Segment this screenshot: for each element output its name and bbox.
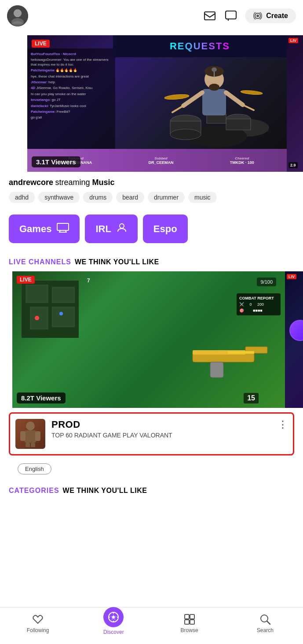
live-badge-channel-side: LIV: [287, 274, 296, 279]
stream-category: Music: [92, 178, 115, 187]
svg-rect-58: [185, 614, 189, 619]
irl-icon: [117, 222, 127, 235]
svg-point-11: [170, 129, 201, 140]
esports-label: Espo: [153, 223, 177, 235]
side-stream-card[interactable]: LIV 2.9: [287, 35, 303, 172]
svg-point-17: [241, 90, 263, 95]
channel-live-badge: LIVE: [17, 276, 35, 284]
svg-rect-5: [226, 11, 236, 19]
svg-line-63: [267, 621, 270, 624]
main-stream-card[interactable]: ButYouFoundToo · Nicocrd hellowagoDrumme…: [27, 35, 287, 172]
live-badge: LIVE: [32, 40, 50, 48]
streaming-text: streaming: [55, 178, 92, 187]
live-indicator-icon: [253, 12, 263, 19]
svg-point-27: [212, 67, 217, 72]
svg-rect-60: [185, 620, 189, 624]
svg-point-53: [112, 616, 115, 618]
nav-search[interactable]: Search: [248, 613, 283, 633]
following-label: Following: [27, 627, 49, 633]
live-channels-title-highlight: LIVE CHANNELS: [9, 258, 71, 266]
inbox-icon[interactable]: [203, 9, 217, 23]
nav-following[interactable]: Following: [20, 613, 55, 633]
create-button[interactable]: Create: [245, 8, 296, 23]
channel-info-card[interactable]: PROD TOP 60 RADIANT GAME PLAY VALORANT ⋮: [9, 412, 294, 455]
tag-synthwave[interactable]: synthwave: [38, 192, 80, 203]
tag-music[interactable]: music: [188, 192, 217, 203]
browse-label: Browse: [181, 627, 198, 633]
language-tag[interactable]: English: [18, 463, 51, 474]
svg-point-25: [209, 84, 219, 91]
channel-thumbnail: 7 9/100: [12, 271, 285, 408]
svg-point-39: [59, 312, 63, 315]
chat-icon[interactable]: [224, 9, 238, 23]
categories-section-header: CATEGORIES WE THINK YOU'LL LIKE: [0, 478, 303, 499]
discover-label: Discover: [103, 629, 124, 635]
tags-row: adhd synthwave drums beard drummer music: [9, 192, 294, 203]
svg-rect-47: [20, 431, 26, 441]
viewer-count-side: 2.9: [288, 162, 298, 168]
channel-more-button[interactable]: ⋮: [278, 419, 288, 430]
live-badge-side: LIV: [288, 38, 298, 43]
svg-rect-28: [57, 223, 69, 230]
svg-rect-46: [25, 430, 36, 443]
minimap: [21, 280, 78, 337]
create-label: Create: [266, 12, 288, 20]
user-avatar[interactable]: [7, 5, 28, 26]
nav-discover[interactable]: Discover: [96, 611, 131, 635]
tag-adhd[interactable]: adhd: [9, 192, 35, 203]
discover-icon-bg: [103, 607, 124, 627]
esports-button[interactable]: Espo: [143, 215, 188, 243]
tag-drums[interactable]: drums: [83, 192, 113, 203]
svg-rect-48: [35, 431, 40, 441]
browse-icon: [183, 613, 196, 625]
app-header: Create: [0, 0, 303, 32]
svg-point-45: [26, 422, 35, 430]
svg-rect-34: [26, 285, 48, 303]
svg-line-24: [243, 105, 254, 110]
svg-rect-13: [226, 119, 251, 130]
svg-rect-49: [26, 443, 30, 447]
svg-rect-15: [207, 115, 226, 123]
header-actions: Create: [203, 8, 296, 23]
irl-label: IRL: [95, 223, 111, 235]
tag-beard[interactable]: beard: [116, 192, 144, 203]
stream-carousel: ButYouFoundToo · Nicocrd hellowagoDrumme…: [0, 35, 303, 172]
categories-title-rest: WE THINK YOU'LL LIKE: [63, 487, 147, 495]
svg-rect-50: [31, 443, 35, 447]
channel-meta: PROD TOP 60 RADIANT GAME PLAY VALORANT: [51, 419, 288, 440]
tag-drummer[interactable]: drummer: [148, 192, 185, 203]
viewer-count: 3.1T Viewers: [32, 156, 80, 167]
games-label: Games: [19, 223, 51, 235]
svg-point-6: [256, 15, 259, 17]
main-channel-card[interactable]: 7 9/100: [12, 271, 285, 408]
svg-rect-61: [190, 620, 194, 624]
nav-browse[interactable]: Browse: [172, 613, 207, 633]
svg-rect-59: [190, 614, 194, 619]
search-label: Search: [257, 627, 274, 633]
svg-line-23: [172, 106, 183, 112]
stream-info: andrewcore streaming Music adhd synthwav…: [0, 172, 303, 207]
side-channel-card[interactable]: LIV 53: [285, 271, 303, 408]
search-icon: [259, 613, 271, 625]
streamer-name: andrewcore: [9, 178, 53, 187]
following-icon: [32, 613, 44, 625]
channel-carousel: 7 9/100: [0, 271, 303, 408]
live-channels-title-rest: WE THINK YOU'LL LIKE: [75, 258, 159, 266]
svg-rect-44: [228, 351, 254, 354]
channel-name: PROD: [51, 419, 288, 430]
svg-point-38: [35, 316, 39, 320]
svg-point-32: [120, 224, 124, 228]
requests-title: REQUESTS: [170, 41, 230, 52]
categories-title-highlight: CATEGORIES: [9, 487, 59, 495]
svg-point-16: [164, 94, 190, 100]
svg-rect-20: [202, 89, 226, 115]
games-icon: [57, 223, 69, 235]
subbed-name: DR_CEEMAN: [148, 160, 173, 165]
channel-avatar: [15, 419, 45, 449]
category-buttons: Games IRL Espo: [0, 207, 303, 250]
channel-viewer-count: 8.2T Viewers: [17, 392, 66, 403]
irl-button[interactable]: IRL: [85, 215, 137, 243]
channel-game: TOP 60 RADIANT GAME PLAY VALORANT: [51, 431, 288, 440]
games-button[interactable]: Games: [9, 215, 80, 243]
svg-rect-42: [210, 362, 223, 378]
